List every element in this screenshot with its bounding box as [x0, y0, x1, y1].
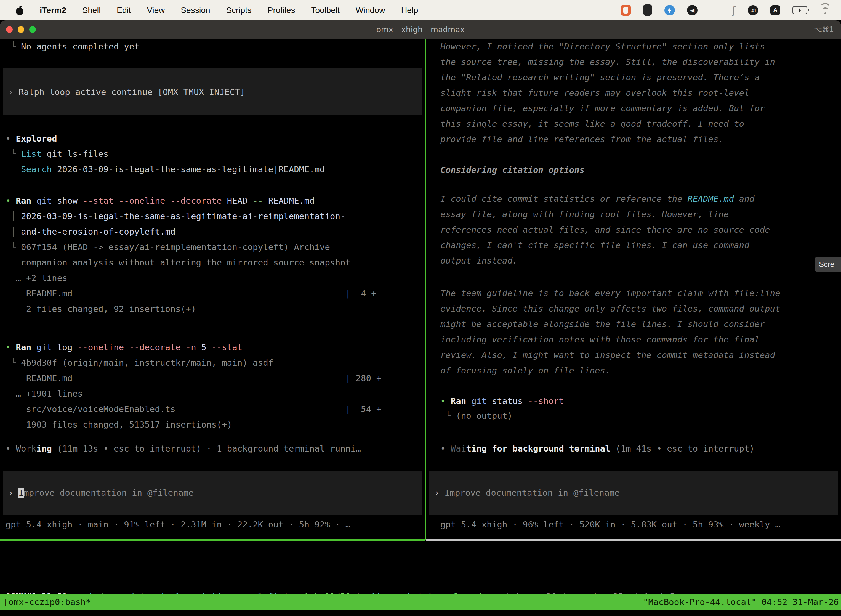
git-log-stat-readme: README.md | 280 +: [6, 370, 381, 386]
git-show-stat-summary: 2 files changed, 92 insertions(+): [6, 301, 196, 317]
menu-item-help[interactable]: Help: [401, 6, 418, 15]
right-agent-pane: However, I noticed the "Directory Struct…: [426, 39, 841, 540]
menu-item-shell[interactable]: Shell: [82, 6, 101, 15]
thinking-paragraph-line: might be acceptable alongside the file l…: [440, 316, 765, 332]
thinking-paragraph-line: the source tree, missing the essay. Stil…: [440, 54, 775, 70]
thinking-paragraph-line: references need actual files, and since …: [440, 222, 770, 238]
thinking-section-heading: Considering citation options: [440, 162, 585, 178]
menu-status-icons: ◀ ʃ ..61 A: [621, 4, 841, 16]
git-log-more-lines: … +1901 lines: [6, 386, 83, 401]
tmux-host-clock: "MacBook-Pro-44.local" 04:52 31-Mar-26: [643, 594, 841, 610]
window-title: omx --xhigh --madmax: [0, 25, 841, 34]
thinking-paragraph-line: changes, I can't cite specific file line…: [440, 238, 749, 253]
timer-icon[interactable]: ..61: [748, 5, 758, 15]
menu-item-scripts[interactable]: Scripts: [226, 6, 252, 15]
thinking-paragraph-line: review. Also, I might want to inspect th…: [440, 347, 775, 363]
ran-git-show-line: • Ran git show --stat --oneline --decora…: [6, 193, 315, 208]
left-pane-bottom-border: [0, 539, 425, 541]
menu-items: iTerm2 Shell Edit View Session Scripts P…: [40, 6, 418, 15]
ran-git-status-line: • Ran git status --short: [440, 393, 564, 409]
agents-status-line: └ No agents completed yet: [6, 39, 139, 54]
thinking-paragraph-line: However, I noticed the "Directory Struct…: [440, 39, 765, 54]
left-agent-pane: └ No agents completed yet › Ralph loop a…: [0, 39, 425, 540]
thinking-paragraph-line: evidence. Since this change only affects…: [440, 301, 780, 316]
menu-item-view[interactable]: View: [147, 6, 165, 15]
ran-git-log-line: • Ran git log --oneline --decorate -n 5 …: [6, 339, 243, 355]
explored-list-line: └ List git ls-files: [6, 146, 108, 161]
thinking-paragraph-line: provide file and line references from th…: [440, 131, 724, 147]
menu-item-toolbelt[interactable]: Toolbelt: [311, 6, 340, 15]
terminal-content: └ No agents completed yet › Ralph loop a…: [0, 39, 841, 616]
thinking-paragraph-line: this single essay, it seems like a good …: [440, 116, 744, 131]
git-show-arg-line-2: │ and-the-erosion-of-copyleft.md: [6, 224, 176, 239]
git-log-stat-voice: src/voice/voiceModeEnabled.ts | 54 +: [6, 401, 381, 417]
thinking-paragraph-line: slight risk that future readers may over…: [440, 85, 749, 100]
shield-icon[interactable]: [643, 4, 652, 16]
spark-icon[interactable]: [664, 5, 675, 15]
thinking-paragraph-line: of focusing solely on file lines.: [440, 363, 610, 378]
thinking-paragraph-line: I could cite commit statistics or refere…: [440, 191, 755, 207]
git-log-output-commit: └ 4b9d30f (origin/main, instructkr/main,…: [6, 355, 273, 370]
thinking-paragraph-line: companion file, especially if more comme…: [440, 100, 765, 116]
thinking-paragraph-line: essay file, along with finding root file…: [440, 207, 729, 222]
screen-share-chip[interactable]: Scre: [815, 257, 841, 272]
left-model-status-line: gpt-5.4 xhigh · main · 91% left · 2.31M …: [6, 517, 350, 532]
pac-icon[interactable]: ◀: [687, 5, 697, 15]
window-title-bar: omx --xhigh --madmax ⌥⌘1: [0, 21, 841, 39]
explored-search-line: Search 2026-03-09-is-legal-the-same-as-l…: [6, 161, 325, 177]
explored-header: • Explored: [6, 131, 57, 146]
menu-item-session[interactable]: Session: [181, 6, 210, 15]
grid-icon[interactable]: [710, 5, 720, 15]
apple-icon[interactable]: [15, 6, 24, 15]
thinking-paragraph-line: the "Related research writing" section i…: [440, 70, 760, 85]
git-show-output-message: companion analysis without altering the …: [6, 255, 350, 270]
menu-item-edit[interactable]: Edit: [117, 6, 131, 15]
git-show-output-commit: └ 067f154 (HEAD -> essay/ai-reimplementa…: [6, 239, 330, 255]
tmux-status-bar: [omx-cczip0:bash* "MacBook-Pro-44.local"…: [0, 594, 841, 610]
screenshot-icon[interactable]: [621, 5, 631, 16]
git-show-arg-line-1: │ 2026-03-09-is-legal-the-same-as-legiti…: [6, 208, 346, 224]
waiting-status-line: • Waiting for background terminal (1m 41…: [440, 441, 755, 456]
working-status-line: • Working (11m 13s • esc to interrupt) ·…: [6, 441, 361, 456]
git-show-stat-readme: README.md | 4 +: [6, 286, 377, 301]
menu-item-profiles[interactable]: Profiles: [267, 6, 295, 15]
git-log-stat-summary: 1903 files changed, 513517 insertions(+): [6, 417, 232, 432]
right-pane-bottom-border: [426, 539, 841, 541]
ralph-loop-banner: › Ralph loop active continue [OMX_TMUX_I…: [3, 69, 422, 115]
menu-bar: iTerm2 Shell Edit View Session Scripts P…: [0, 0, 841, 21]
left-prompt-input[interactable]: › Improve documentation in @filename: [3, 471, 422, 515]
thinking-paragraph-line: including verification notes with those …: [440, 332, 760, 347]
right-prompt-input[interactable]: › Improve documentation in @filename: [429, 471, 838, 515]
input-source-icon[interactable]: A: [771, 5, 780, 15]
tmux-session-label[interactable]: [omx-cczip0:bash*: [0, 594, 91, 610]
menu-item-iterm2[interactable]: iTerm2: [40, 6, 66, 15]
thinking-paragraph-line: The team guideline is to back every impo…: [440, 285, 780, 301]
pane-divider-vertical[interactable]: [425, 39, 426, 540]
thinking-paragraph-line: output instead.: [440, 253, 518, 268]
right-model-status-line: gpt-5.4 xhigh · 96% left · 520K in · 5.8…: [440, 517, 780, 532]
hook-icon[interactable]: ʃ: [732, 4, 736, 16]
git-status-no-output: └ (no output): [440, 408, 512, 423]
battery-icon[interactable]: [793, 6, 807, 14]
wifi-icon[interactable]: [819, 6, 831, 15]
git-show-more-lines: … +2 lines: [6, 270, 67, 286]
menu-item-window[interactable]: Window: [356, 6, 385, 15]
